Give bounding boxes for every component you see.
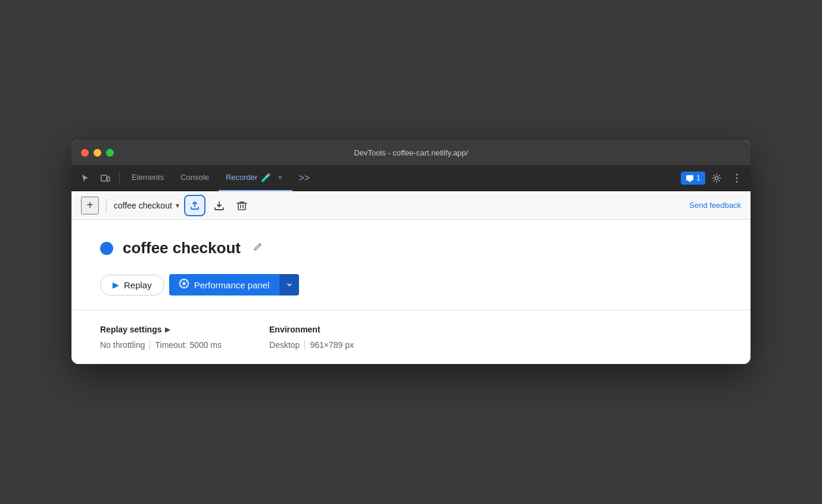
environment-label: Environment bbox=[269, 325, 354, 334]
add-recording-button[interactable]: + bbox=[81, 197, 99, 214]
tab-elements[interactable]: Elements bbox=[124, 165, 171, 191]
performance-panel-main-button[interactable]: Performance panel bbox=[169, 274, 279, 295]
recorder-icon: 🧪 bbox=[261, 173, 271, 182]
toolbar-divider-1 bbox=[119, 171, 120, 185]
edit-recording-icon[interactable] bbox=[253, 241, 263, 255]
title-bar: DevTools - coffee-cart.netlify.app/ bbox=[71, 140, 751, 165]
svg-point-9 bbox=[182, 282, 185, 285]
recording-header: coffee checkout bbox=[100, 239, 722, 257]
replay-settings-arrow-icon: ▶ bbox=[165, 326, 170, 334]
recorder-tab-close[interactable]: × bbox=[275, 172, 285, 183]
environment-group: Environment Desktop 961×789 px bbox=[269, 325, 354, 350]
devtools-toolbar: Elements Console Recorder 🧪 × >> 1 bbox=[71, 165, 751, 191]
recorder-area: + coffee checkout ▾ bbox=[71, 191, 751, 364]
settings-divider-1 bbox=[150, 340, 150, 350]
maximize-traffic-light[interactable] bbox=[106, 149, 114, 157]
delete-recording-button[interactable] bbox=[233, 197, 251, 214]
inspect-element-button[interactable] bbox=[76, 169, 94, 187]
main-content: coffee checkout ▶ Replay bbox=[71, 220, 751, 310]
svg-rect-2 bbox=[686, 175, 693, 181]
recording-actions: ▶ Replay Perfor bbox=[100, 274, 722, 295]
svg-rect-1 bbox=[107, 177, 110, 181]
more-options-button[interactable] bbox=[728, 169, 746, 187]
devtools-window: DevTools - coffee-cart.netlify.app/ Elem… bbox=[71, 140, 751, 364]
more-tabs-button[interactable]: >> bbox=[295, 173, 313, 183]
window-title: DevTools - coffee-cart.netlify.app/ bbox=[354, 148, 468, 157]
replay-settings-label[interactable]: Replay settings ▶ bbox=[100, 325, 222, 334]
recording-dot bbox=[100, 242, 113, 255]
recording-selector[interactable]: coffee checkout ▾ bbox=[114, 201, 179, 210]
svg-rect-7 bbox=[238, 203, 245, 210]
settings-button[interactable] bbox=[708, 169, 726, 187]
traffic-lights bbox=[81, 149, 114, 157]
svg-point-3 bbox=[715, 176, 718, 179]
tab-recorder[interactable]: Recorder 🧪 × bbox=[219, 165, 292, 191]
performance-icon bbox=[179, 278, 189, 291]
replay-settings-group: Replay settings ▶ No throttling Timeout:… bbox=[100, 325, 222, 350]
replay-settings-values: No throttling Timeout: 5000 ms bbox=[100, 340, 222, 350]
settings-divider-2 bbox=[304, 340, 305, 350]
recording-selector-name: coffee checkout bbox=[114, 201, 172, 210]
import-recording-button[interactable] bbox=[210, 197, 228, 214]
svg-point-5 bbox=[736, 177, 738, 179]
chevron-down-icon: ▾ bbox=[176, 201, 179, 210]
device-toolbar-button[interactable] bbox=[96, 169, 114, 187]
svg-rect-0 bbox=[101, 175, 107, 181]
performance-panel-dropdown-button[interactable] bbox=[279, 274, 299, 295]
send-feedback-link[interactable]: Send feedback bbox=[689, 201, 741, 210]
performance-panel-button-group: Performance panel bbox=[169, 274, 300, 295]
recording-title: coffee checkout bbox=[123, 239, 241, 257]
close-traffic-light[interactable] bbox=[81, 149, 89, 157]
sub-toolbar-divider bbox=[106, 198, 107, 213]
settings-section: Replay settings ▶ No throttling Timeout:… bbox=[71, 310, 751, 364]
notification-button[interactable]: 1 bbox=[681, 172, 705, 185]
replay-button[interactable]: ▶ Replay bbox=[100, 275, 164, 295]
svg-point-4 bbox=[736, 173, 738, 175]
sub-toolbar: + coffee checkout ▾ bbox=[71, 191, 751, 220]
svg-point-6 bbox=[736, 181, 738, 182]
environment-values: Desktop 961×789 px bbox=[269, 340, 354, 350]
replay-play-icon: ▶ bbox=[113, 280, 119, 290]
minimize-traffic-light[interactable] bbox=[94, 149, 101, 157]
export-recording-button[interactable] bbox=[184, 195, 206, 216]
tab-console[interactable]: Console bbox=[173, 165, 216, 191]
